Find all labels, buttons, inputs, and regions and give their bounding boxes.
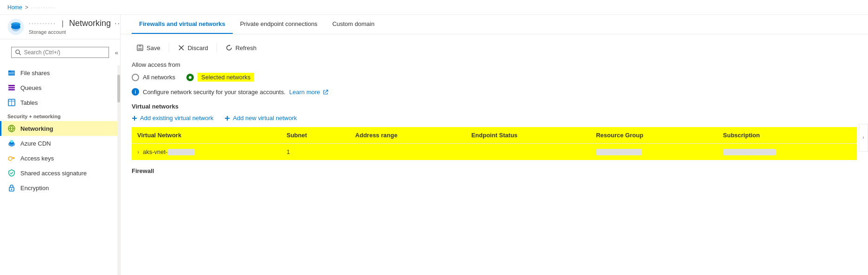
selected-networks-option[interactable]: Selected networks	[186, 73, 254, 82]
sidebar: ·········· | Networking ··· Storage acco…	[0, 15, 121, 275]
search-icon	[15, 49, 21, 56]
info-bar: i Configure network security for your st…	[132, 88, 857, 96]
add-new-vnet-button[interactable]: Add new virtual network	[224, 115, 297, 122]
save-label: Save	[147, 45, 160, 51]
cell-vnet-name: › aks-vnet-··········	[132, 144, 281, 160]
table-row: › aks-vnet-·········· 1 ················…	[132, 144, 857, 160]
selected-networks-radio[interactable]	[186, 74, 194, 81]
sidebar-nav: File shares Queues Tables Security + net…	[0, 65, 120, 275]
refresh-icon	[225, 44, 233, 51]
virtual-networks-section-label: Virtual networks	[132, 103, 857, 110]
save-button[interactable]: Save	[132, 42, 165, 54]
col-address-range: Address range	[350, 127, 466, 144]
info-icon: i	[132, 88, 139, 96]
sidebar-item-queues[interactable]: Queues	[0, 80, 120, 95]
access-keys-label: Access keys	[20, 155, 54, 162]
resource-title-group: ·········· | Networking ··· Storage acco…	[29, 19, 121, 35]
search-box[interactable]	[11, 47, 109, 58]
sidebar-item-encryption[interactable]: Encryption	[0, 180, 120, 195]
queues-icon	[7, 83, 16, 92]
vnet-suffix-blurred: ··········	[167, 149, 195, 155]
svg-line-5	[19, 53, 21, 55]
tab-firewalls[interactable]: Firewalls and virtual networks	[132, 15, 233, 34]
more-options[interactable]: ···	[115, 19, 121, 28]
row-expander[interactable]: ›	[137, 148, 139, 155]
tab-private-endpoint[interactable]: Private endpoint connections	[233, 15, 325, 34]
storage-account-icon	[7, 19, 24, 35]
plus-icon-new	[224, 115, 230, 121]
cell-endpoint-status	[466, 144, 590, 160]
tables-label: Tables	[20, 99, 38, 106]
page-title: Networking	[69, 19, 111, 28]
svg-marker-34	[229, 45, 230, 46]
resource-type: Storage account	[29, 29, 66, 35]
refresh-label: Refresh	[236, 45, 257, 51]
allow-access-label: Allow access from	[132, 61, 857, 68]
discard-label: Discard	[188, 45, 208, 51]
col-virtual-network: Virtual Network	[132, 127, 281, 144]
breadcrumb: Home > ··········	[0, 0, 868, 15]
networking-label: Networking	[20, 125, 53, 132]
sidebar-item-sas[interactable]: Shared access signature	[0, 166, 120, 180]
sidebar-item-networking[interactable]: Networking	[0, 121, 120, 136]
sidebar-item-file-shares[interactable]: File shares	[0, 65, 120, 80]
firewall-section-label: Firewall	[132, 167, 857, 174]
svg-rect-9	[9, 73, 14, 74]
breadcrumb-resource: ··········	[31, 4, 56, 11]
info-message: Configure network security for your stor…	[143, 89, 286, 96]
access-keys-icon	[7, 154, 16, 162]
security-networking-section: Security + networking	[0, 110, 120, 121]
add-existing-vnet-button[interactable]: Add existing virtual network	[132, 115, 213, 122]
svg-rect-10	[8, 85, 15, 86]
col-endpoint-status: Endpoint Status	[466, 127, 590, 144]
all-networks-option[interactable]: All networks	[132, 74, 175, 81]
refresh-button[interactable]: Refresh	[221, 42, 262, 54]
azure-cdn-icon	[7, 139, 16, 147]
discard-icon	[178, 44, 185, 51]
breadcrumb-separator: >	[25, 4, 28, 11]
svg-rect-8	[9, 72, 14, 73]
col-resource-group: Resource Group	[590, 127, 717, 144]
sas-label: Shared access signature	[20, 170, 87, 177]
encryption-icon	[7, 184, 16, 192]
sidebar-item-azure-cdn[interactable]: Azure CDN	[0, 136, 120, 151]
cell-resource-group: ··················	[590, 144, 717, 160]
networking-icon	[7, 124, 16, 133]
breadcrumb-home[interactable]: Home	[7, 4, 22, 11]
right-panel-toggle[interactable]: ›	[859, 124, 868, 152]
svg-point-23	[8, 157, 12, 160]
svg-rect-7	[8, 70, 11, 72]
tabs-bar: Firewalls and virtual networks Private e…	[121, 15, 868, 34]
queues-label: Queues	[20, 84, 42, 91]
svg-rect-30	[139, 45, 141, 47]
radio-group: All networks Selected networks	[132, 73, 857, 82]
sidebar-item-tables[interactable]: Tables	[0, 95, 120, 110]
resource-header: ·········· | Networking ··· Storage acco…	[0, 15, 120, 39]
all-networks-label: All networks	[143, 74, 175, 81]
discard-button[interactable]: Discard	[173, 42, 213, 54]
vnet-table: Virtual Network Subnet Address range End…	[132, 127, 857, 160]
col-subnet: Subnet	[281, 127, 350, 144]
content-area: Firewalls and virtual networks Private e…	[121, 15, 868, 275]
svg-point-4	[16, 50, 19, 54]
tables-icon	[7, 98, 16, 107]
external-link-icon	[323, 90, 328, 95]
learn-more-link[interactable]: Learn more	[289, 89, 328, 96]
search-input[interactable]	[24, 49, 105, 56]
encryption-label: Encryption	[20, 185, 49, 192]
resource-name: ··········	[29, 20, 56, 27]
cell-subnet: 1	[281, 144, 350, 160]
svg-rect-12	[8, 89, 15, 90]
sidebar-item-access-keys[interactable]: Access keys	[0, 151, 120, 166]
svg-rect-11	[8, 87, 15, 89]
sidebar-collapse-button[interactable]: «	[115, 49, 118, 56]
plus-icon-existing	[132, 115, 137, 121]
file-shares-label: File shares	[20, 70, 50, 77]
sas-icon	[7, 169, 16, 177]
selected-networks-label: Selected networks	[198, 73, 254, 82]
tab-custom-domain[interactable]: Custom domain	[325, 15, 382, 34]
all-networks-radio[interactable]	[132, 74, 139, 81]
content-panel: Save Discard Refresh Allow access from	[121, 34, 868, 275]
cell-subscription: ·····················	[717, 144, 857, 160]
svg-rect-31	[138, 48, 142, 50]
